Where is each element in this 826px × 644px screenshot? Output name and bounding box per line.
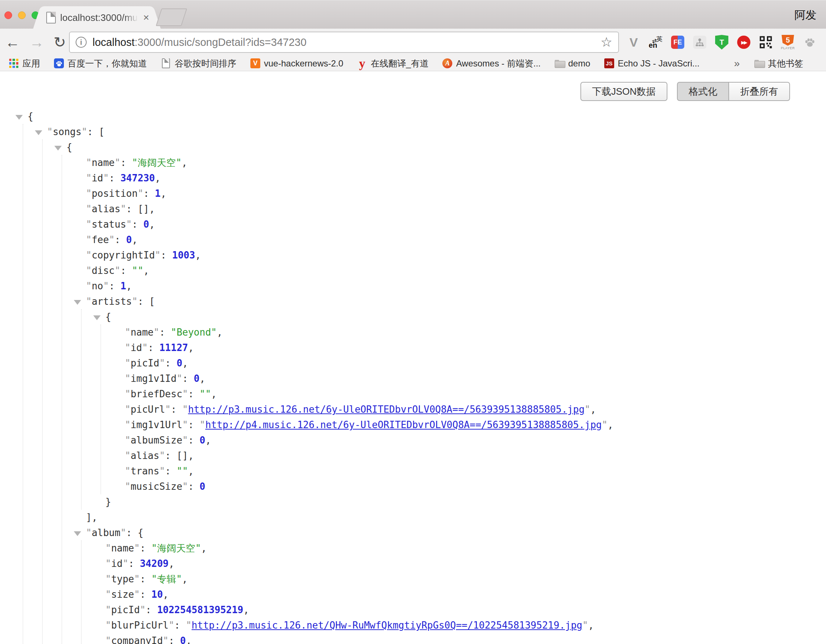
org-chart-icon[interactable]	[692, 34, 707, 51]
quote-mark: "	[120, 203, 126, 214]
bookmark-item[interactable]: y在线翻译_有道	[357, 57, 429, 70]
json-punctuation: : [],	[126, 203, 155, 214]
collapse-toggle-icon[interactable]	[93, 309, 106, 324]
bookmarks-overflow-icon[interactable]: »	[734, 57, 740, 70]
json-key: picId	[131, 358, 159, 369]
quote-mark: "	[86, 250, 92, 261]
browser-tab[interactable]: localhost:3000/music/songDet ×	[44, 6, 150, 29]
json-url-link[interactable]: http://p4.music.126.net/6y-UleORITEDbvrO…	[205, 419, 602, 430]
bookmark-item[interactable]: AAwesomes - 前端资...	[442, 57, 540, 70]
html5-player-icon[interactable]: 5PLAYER	[781, 34, 795, 51]
json-key: picId	[111, 604, 140, 615]
collapse-toggle-icon[interactable]	[74, 294, 86, 309]
other-bookmarks-button[interactable]: 其他书签	[755, 57, 803, 70]
shield-badge: T	[715, 35, 728, 50]
video-speed-icon[interactable]: ▶▶	[736, 34, 751, 51]
quote-mark: "	[132, 296, 138, 307]
json-punctuation: ,	[182, 574, 188, 585]
back-button[interactable]: ←	[5, 35, 20, 50]
json-children: "name": "Beyond","id": 11127,"picId": 0,…	[101, 324, 613, 494]
bookmark-item[interactable]: 百度一下，你就知道	[54, 57, 147, 70]
tab-close-icon[interactable]: ×	[143, 12, 149, 23]
quote-mark: "	[125, 450, 131, 461]
collapse-all-button[interactable]: 折叠所有	[728, 82, 790, 101]
quote-mark: "	[86, 172, 92, 183]
json-line: "copyrightId": 1003,	[74, 247, 613, 263]
json-punctuation: ,	[126, 281, 132, 292]
page-info-icon[interactable]: i	[76, 37, 87, 48]
json-url-link[interactable]: http://p3.music.126.net/QHw-RuMwfQkmgtiy…	[192, 620, 582, 631]
window-titlebar: localhost:3000/music/songDet × 阿发	[0, 0, 826, 29]
collapse-toggle-icon[interactable]	[74, 525, 86, 540]
json-punctuation: {	[106, 311, 111, 322]
collapse-toggle-icon[interactable]	[35, 124, 47, 140]
quote-mark: "	[120, 527, 126, 538]
json-punctuation: ,	[211, 388, 217, 399]
fe-helper-icon[interactable]: FE	[670, 34, 685, 51]
browser-toolbar: ← → ↻ i localhost:3000/music/songDetail?…	[0, 29, 826, 56]
json-line: "songs": [	[35, 124, 613, 140]
qr-code-icon[interactable]	[758, 34, 773, 51]
collapse-toggle-icon[interactable]	[54, 140, 67, 155]
bookmark-item[interactable]: 谷歌按时间排序	[161, 57, 236, 70]
json-line: {	[16, 109, 613, 124]
quote-mark: "	[182, 388, 188, 399]
bookmark-item[interactable]: 应用	[9, 57, 40, 70]
json-line: "disc": "",	[74, 263, 613, 278]
bookmark-star-icon[interactable]: ☆	[601, 34, 612, 50]
quote-mark: "	[106, 604, 111, 615]
json-node: "album": {"name": "海阔天空","id": 34209,"ty…	[74, 525, 613, 644]
quote-mark: "	[115, 265, 120, 276]
json-key: trans	[131, 466, 159, 476]
quote-mark: "	[125, 327, 131, 338]
format-button[interactable]: 格式化	[677, 82, 728, 101]
json-line: "status": 0,	[74, 217, 613, 232]
reload-button[interactable]: ↻	[54, 35, 66, 50]
json-key: name	[131, 327, 154, 338]
t-shield-icon[interactable]: T	[714, 34, 729, 51]
bookmark-youdao-icon: y	[357, 58, 367, 68]
json-url-link[interactable]: http://p3.music.126.net/6y-UleORITEDbvrO…	[188, 404, 584, 415]
json-key: id	[131, 342, 142, 353]
vue-devtools-icon[interactable]: V	[626, 34, 641, 51]
quote-mark: "	[125, 404, 131, 415]
page-favicon-icon	[46, 12, 56, 23]
new-tab-button[interactable]	[156, 8, 187, 26]
quote-mark: "	[155, 250, 161, 261]
json-number-value: 0	[200, 481, 206, 492]
close-window-button[interactable]	[5, 11, 12, 19]
json-punctuation: ,	[200, 373, 206, 384]
json-key: copyrightId	[92, 250, 155, 261]
bookmarks-bar: 应用百度一下，你就知道谷歌按时间排序Vvue-hackernews-2.0y在线…	[0, 56, 826, 71]
quote-mark: "	[169, 620, 174, 631]
profile-name[interactable]: 阿发	[795, 8, 817, 23]
paw-icon[interactable]	[803, 34, 817, 51]
collapse-toggle-icon[interactable]	[16, 109, 28, 124]
quote-mark: "	[125, 435, 131, 446]
json-line: "fee": 0,	[74, 232, 613, 247]
json-punctuation: ,	[607, 419, 613, 430]
json-punctuation: ,	[590, 404, 596, 415]
json-punctuation: :	[165, 466, 177, 476]
json-line: "id": 34209,	[93, 556, 613, 571]
quote-mark: "	[115, 157, 120, 168]
download-json-button[interactable]: 下载JSON数据	[581, 82, 668, 101]
bookmark-item[interactable]: JSEcho JS - JavaScri...	[604, 58, 700, 69]
json-line: "artists": [	[74, 294, 613, 309]
json-node: {"name": "海阔天空","id": 347230,"position":…	[54, 140, 613, 644]
json-line: "id": 11127,	[113, 340, 613, 355]
json-string-value: ""	[177, 466, 188, 476]
url-text[interactable]: localhost:3000/music/songDetail?ids=3472…	[93, 36, 601, 48]
json-line: "alias": [],	[74, 201, 613, 217]
bookmark-awesome-icon: A	[442, 58, 452, 68]
json-children: "name": "海阔天空","id": 347230,"position": …	[62, 155, 613, 644]
minimize-window-button[interactable]	[18, 11, 26, 19]
json-punctuation: :	[132, 219, 143, 230]
json-punctuation: ,	[161, 188, 167, 199]
bookmark-item[interactable]: Vvue-hackernews-2.0	[250, 58, 343, 69]
url-bar[interactable]: i localhost:3000/music/songDetail?ids=34…	[69, 31, 619, 53]
forward-button[interactable]: →	[30, 35, 44, 50]
bookmark-item[interactable]: demo	[555, 58, 590, 69]
youdao-translate-icon[interactable]: 英⇄en	[648, 34, 663, 51]
json-punctuation: :	[165, 358, 177, 369]
